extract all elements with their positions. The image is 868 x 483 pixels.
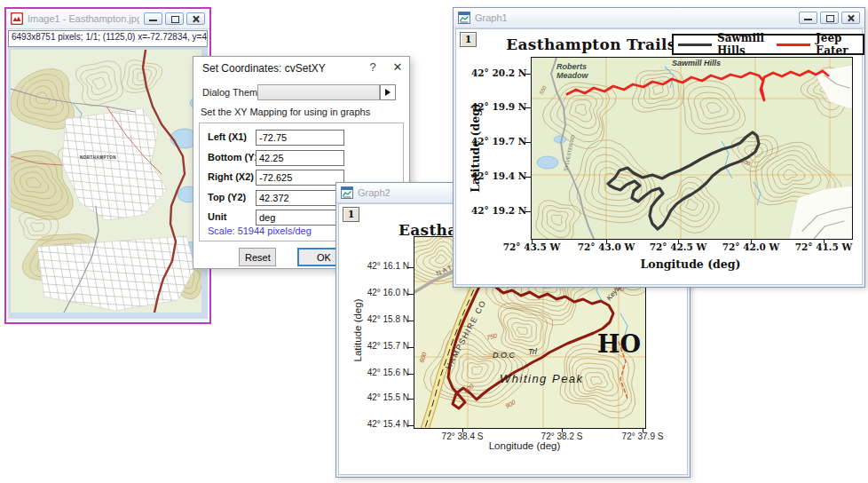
graph1-x-axis-label: Longitude (deg) bbox=[602, 257, 779, 271]
legend-label-sawmill-hills: Sawmill Hills bbox=[717, 32, 771, 57]
left-x1-input[interactable] bbox=[256, 130, 344, 146]
image-status-bar: 6493x8751 pixels; 1/1; (1125,0) x=-72.72… bbox=[8, 30, 208, 47]
origin-workspace: Image1 - Easthampton.jpg 6493x8751 pixel… bbox=[0, 0, 868, 483]
dialog-close-button[interactable]: ✕ bbox=[391, 60, 405, 74]
bottom-y1-input[interactable] bbox=[256, 150, 344, 166]
tick-mark bbox=[643, 428, 643, 432]
tick-mark bbox=[562, 428, 563, 432]
reset-button[interactable]: Reset bbox=[239, 248, 276, 266]
field-label: Right (X2) bbox=[208, 171, 254, 182]
image-canvas-area: NORTHAMPTON bbox=[8, 47, 208, 319]
tick-mark bbox=[525, 107, 531, 108]
map-label: Roberts bbox=[556, 62, 587, 71]
image-window-icon bbox=[11, 12, 23, 25]
arrow-right-icon bbox=[385, 89, 391, 96]
graph1-window: Graph1 1 Easthampton Trails Sawmill Hill… bbox=[453, 7, 865, 288]
tick-mark bbox=[462, 428, 463, 432]
field-row-left-x1: Left (X1) bbox=[193, 130, 409, 146]
maximize-button[interactable] bbox=[820, 12, 839, 24]
unit-input[interactable] bbox=[256, 210, 344, 226]
tick-mark bbox=[408, 399, 414, 400]
close-button[interactable] bbox=[841, 12, 860, 24]
image-window-titlebar[interactable]: Image1 - Easthampton.jpg bbox=[6, 9, 209, 29]
maximize-button[interactable] bbox=[165, 12, 184, 25]
tick-mark bbox=[525, 211, 531, 212]
image-window-title: Image1 - Easthampton.jpg bbox=[28, 13, 139, 24]
help-button[interactable]: ? bbox=[366, 60, 380, 74]
tick-mark bbox=[525, 177, 531, 178]
graph1-titlebar[interactable]: Graph1 bbox=[454, 8, 864, 28]
tick-mark bbox=[824, 239, 825, 243]
field-label: Bottom (Y1) bbox=[208, 152, 263, 162]
close-button[interactable] bbox=[186, 12, 205, 25]
tick-mark bbox=[525, 142, 531, 143]
water-body bbox=[537, 156, 558, 169]
urban-area bbox=[37, 236, 195, 311]
minimize-button[interactable] bbox=[799, 12, 817, 24]
image-window: Image1 - Easthampton.jpg 6493x8751 pixel… bbox=[4, 7, 211, 324]
tick-mark bbox=[408, 347, 414, 348]
map-label: Meadow bbox=[556, 71, 589, 80]
dialog-theme-label: Dialog Theme bbox=[202, 87, 263, 98]
graph1-title: Easthampton Trails bbox=[485, 36, 698, 53]
top-y2-input[interactable] bbox=[256, 190, 344, 206]
layer-1-badge[interactable]: 1 bbox=[460, 32, 477, 47]
tick-mark bbox=[408, 425, 414, 426]
map-label: HO bbox=[597, 330, 641, 358]
graph2-x-axis-label: Longitude (deg) bbox=[436, 440, 613, 451]
graph2-y-axis-label: Latitude (deg) bbox=[352, 242, 363, 419]
legend-line-jeep-eater bbox=[777, 44, 810, 46]
tick-mark bbox=[525, 74, 531, 75]
graph1-window-title: Graph1 bbox=[475, 12, 794, 23]
layer-1-badge[interactable]: 1 bbox=[343, 207, 359, 222]
field-label: Top (Y2) bbox=[208, 192, 246, 202]
legend[interactable]: Sawmill Hills Jeep Eater bbox=[672, 34, 864, 55]
graph1-plot[interactable]: RobertsMeadowSawmill HillsSYLVESTER RD55… bbox=[531, 57, 853, 240]
minimize-button[interactable] bbox=[144, 12, 162, 25]
graph-window-icon bbox=[341, 186, 353, 199]
graph1-y-axis-label: Latitude (deg) bbox=[469, 59, 482, 237]
tick-mark bbox=[751, 239, 752, 243]
dialog-theme-input[interactable] bbox=[257, 84, 380, 100]
theme-flyout-button[interactable] bbox=[380, 84, 396, 100]
graph-window-icon bbox=[458, 12, 470, 24]
map-label: D.O.C bbox=[493, 351, 516, 360]
tick-mark bbox=[408, 267, 414, 268]
scale-note: Scale: 51944 pixels/deg bbox=[208, 226, 312, 236]
right-x2-input[interactable] bbox=[256, 170, 344, 186]
map-label: NORTHAMPTON bbox=[80, 155, 116, 160]
x-tick: 72° 37.9 S bbox=[605, 432, 680, 441]
topo-map-image[interactable]: NORTHAMPTON bbox=[11, 50, 201, 313]
y-tick: 42° 15.4 N bbox=[354, 419, 409, 429]
field-row-bottom-y1: Bottom (Y1) bbox=[193, 150, 409, 166]
legend-line-sawmill-hills bbox=[678, 44, 712, 46]
dialog-description: Set the XY Mapping for using in graphs bbox=[201, 107, 370, 117]
dialog-title: Set Coordinates: cvSetXY bbox=[202, 62, 326, 75]
map-label: Sawmill Hills bbox=[672, 59, 721, 67]
graph1-map-canvas[interactable]: RobertsMeadowSawmill HillsSYLVESTER RD55… bbox=[532, 58, 852, 239]
tick-mark bbox=[532, 239, 533, 243]
tick-mark bbox=[606, 239, 607, 243]
field-label: Left (X1) bbox=[208, 131, 247, 142]
tick-mark bbox=[678, 239, 679, 243]
tick-mark bbox=[408, 321, 414, 321]
legend-label-jeep-eater: Jeep Eater bbox=[816, 32, 858, 57]
water-body bbox=[554, 136, 566, 143]
tick-mark bbox=[408, 374, 414, 375]
tick-mark bbox=[408, 294, 414, 295]
field-label: Unit bbox=[208, 211, 226, 222]
map-label: Whiting Peak bbox=[500, 372, 584, 385]
map-label: Trl bbox=[528, 347, 538, 356]
